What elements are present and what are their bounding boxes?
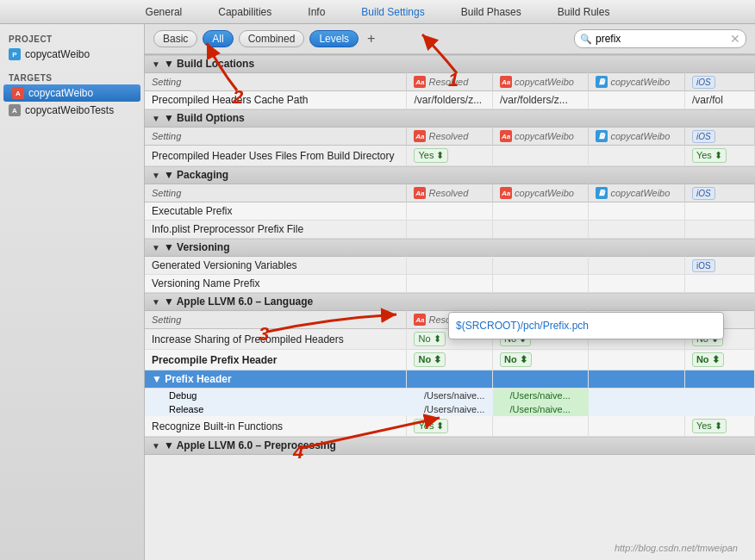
settings-scroll[interactable]: ▼▼ Build Locations Setting Aa Resolved A… [145,54,755,560]
value-exe-prefix-col3 [493,202,589,221]
section-build-options-header[interactable]: ▼▼ Build Options [145,109,755,128]
file-icon-3: 📄 [596,187,608,199]
value-exe-prefix-resolved [407,202,493,221]
ios-badge-versioning: iOS [692,259,715,272]
col-header-setting-llvm: Setting [145,311,407,329]
section-title-3: ▼ Packaging [164,169,228,181]
section-title-2: ▼ Build Options [164,112,245,124]
value-col3-bo [493,146,589,166]
setting-gen-versioning: Generated Versioning Variables [145,257,407,275]
project-section-label: PROJECT [0,31,144,46]
col-header-copycatweibo-file-2: 📄 copycatWeibo [589,128,684,146]
file-icon-1: 📄 [596,76,608,88]
yes-stepper-builtin-ios[interactable]: Yes ⬍ [692,419,727,433]
table-row: Generated Versioning Variables iOS [145,257,755,275]
section-title: ▼ Build Locations [164,58,254,70]
section-packaging-header[interactable]: ▼▼ Packaging [145,166,755,184]
value-recognize-resolved: Yes ⬍ [407,416,493,437]
tab-build-settings[interactable]: Build Settings [356,4,429,20]
value-versioning-prefix-col3 [493,275,589,293]
tab-general[interactable]: General [140,4,188,20]
sidebar-item-copycatweibo[interactable]: A copycatWeibo [3,84,140,102]
section-llvm-preprocessing-header[interactable]: ▼▼ Apple LLVM 6.0 – Preprocessing [145,437,755,455]
setting-release: Release [145,402,407,416]
setting-prefix-header: ▼ Prefix Header [145,370,407,389]
value-infoplist-resolved [407,221,493,239]
tab-build-phases[interactable]: Build Phases [456,4,527,20]
col-header-resolved-2: Aa Resolved [407,128,493,146]
value-recognize-ios: Yes ⬍ [684,416,754,437]
table-row-prefix-header-group: ▼ Prefix Header [145,370,755,389]
tab-capabilities[interactable]: Capabilities [213,4,277,20]
setting-recognize-builtins: Recognize Built-in Functions [145,416,407,437]
table-row-precompile: Precompile Prefix Header No ⬍ No ⬍ No ⬍ [145,350,755,370]
target-icon-tests: A [9,104,21,116]
popup-value[interactable]: $(SRCROOT)/pch/Prefix.pch [456,320,589,332]
value-col3-1: /var/folders/z... [493,91,589,109]
value-exe-prefix-col4 [589,202,684,221]
setting-precompiled-cache: Precompiled Headers Cache Path [145,91,407,109]
aa-icon-5: Aa [500,187,512,199]
section-build-locations-header[interactable]: ▼▼ Build Locations [145,55,755,73]
value-col4-1 [589,91,684,109]
top-tab-bar: General Capabilities Info Build Settings… [0,0,755,24]
sidebar-item-copycatweibotests[interactable]: A copycatWeiboTests [0,102,144,119]
filter-bar: Basic All Combined Levels + 🔍 ✕ [145,24,755,54]
section-title-6: ▼ Apple LLVM 6.0 – Preprocessing [164,439,336,451]
search-input[interactable] [596,33,725,45]
col-header-setting-2: Setting [145,128,407,146]
value-ios-1: /var/fol [684,91,754,109]
value-versioning-prefix-resolved [407,275,493,293]
section-versioning-header[interactable]: ▼▼ Versioning [145,239,755,257]
sidebar: PROJECT P copycatWeibo TARGETS A copycat… [0,24,145,560]
setting-precompile-prefix: Precompile Prefix Header [145,350,407,370]
setting-versioning-prefix: Versioning Name Prefix [145,275,407,293]
tab-info[interactable]: Info [303,4,330,20]
filter-all-btn[interactable]: All [203,30,233,47]
aa-icon-4: Aa [414,187,426,199]
no-stepper-5[interactable]: No ⬍ [500,352,532,367]
filter-basic-btn[interactable]: Basic [153,30,197,47]
no-stepper-1[interactable]: No ⬍ [414,332,445,346]
search-clear-btn[interactable]: ✕ [730,32,740,46]
col-header-setting: Setting [145,73,407,91]
col-header-copycatweibo-file: 📄 copycatWeibo [589,73,684,91]
col-header-setting-3: Setting [145,184,407,202]
table-row: Versioning Name Prefix [145,275,755,293]
aa-icon-3: Aa [500,130,512,142]
value-precompile-resolved: No ⬍ [407,350,493,370]
value-infoplist-col4 [589,221,684,239]
value-precompile-col3: No ⬍ [493,350,589,370]
project-icon: P [9,48,21,60]
prefix-header-col3 [493,370,589,389]
aa-resolved-icon: Aa [414,76,426,88]
tab-build-rules[interactable]: Build Rules [552,4,615,20]
watermark: http://blog.csdn.net/tmweipan [615,543,738,553]
value-release-ios [684,402,754,416]
col-header-ios-3: iOS [684,184,754,202]
value-ios-bo: Yes ⬍ [684,146,754,166]
setting-increase-sharing: Increase Sharing of Precompiled Headers [145,329,407,350]
section-llvm-language-header[interactable]: ▼▼ Apple LLVM 6.0 – Language [145,293,755,311]
table-row-debug: Debug /Users/naive... /Users/naive... [145,389,755,403]
filter-combined-btn[interactable]: Combined [239,30,305,47]
aa-icon-2: Aa [414,130,426,142]
prefix-header-ios [684,370,754,389]
col-header-copycatweibo-file-3: 📄 copycatWeibo [589,184,684,202]
ios-badge-2: iOS [692,130,715,143]
target-icon-selected: A [12,87,24,99]
filter-plus-btn[interactable]: + [364,31,378,47]
value-col4-bo [589,146,684,166]
value-release-col4 [589,402,684,416]
sidebar-item-project[interactable]: P copycatWeibo [0,46,144,63]
yes-stepper-builtin[interactable]: Yes ⬍ [414,419,448,433]
col-header-copycatweibo-aa-2: Aa copycatWeibo [493,128,589,146]
col-header-copycatweibo-aa: Aa copycatWeibo [493,73,589,91]
filter-levels-btn[interactable]: Levels [309,30,359,47]
no-stepper-6[interactable]: No ⬍ [692,352,724,367]
table-row: Precompiled Headers Cache Path /var/fold… [145,91,755,109]
col-header-ios: iOS [684,73,754,91]
value-gen-versioning-ios: iOS [684,257,754,275]
section-toggle-3: ▼ [152,171,160,180]
no-stepper-4[interactable]: No ⬍ [414,352,446,367]
